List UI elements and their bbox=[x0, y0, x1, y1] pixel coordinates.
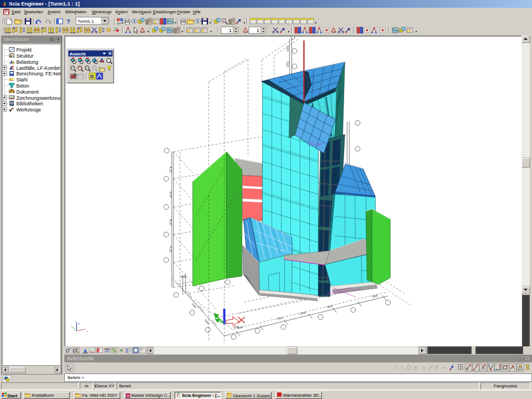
svg-text:Lastfälle, LF-Kombinatior: Lastfälle, LF-Kombinatior bbox=[17, 65, 61, 71]
svg-text:4.100: 4.100 bbox=[169, 167, 172, 173]
svg-text:1: 1 bbox=[229, 28, 232, 33]
svg-text:4.100: 4.100 bbox=[169, 219, 172, 226]
svg-text:z: z bbox=[78, 322, 80, 325]
svg-text:5300: 5300 bbox=[277, 316, 283, 320]
svg-text:Belastung: Belastung bbox=[17, 59, 38, 65]
svg-text:4100: 4100 bbox=[234, 326, 239, 329]
svg-text:1: 1 bbox=[257, 28, 259, 33]
svg-text:Beton: Beton bbox=[17, 83, 29, 89]
svg-text:cm: cm bbox=[117, 22, 121, 25]
svg-text:5000: 5000 bbox=[286, 46, 289, 52]
svg-text:ABC: ABC bbox=[104, 347, 110, 351]
svg-text:Dokument: Dokument bbox=[17, 89, 39, 95]
svg-text:Turm1.1: Turm1.1 bbox=[78, 19, 94, 24]
svg-text:5000: 5000 bbox=[372, 294, 378, 298]
svg-text:x: x bbox=[86, 330, 88, 333]
svg-text:Stahl: Stahl bbox=[17, 77, 28, 83]
svg-text:4.100: 4.100 bbox=[169, 246, 172, 253]
svg-text:5000: 5000 bbox=[286, 62, 289, 67]
svg-text:5000: 5000 bbox=[191, 303, 197, 309]
svg-text:B: B bbox=[90, 73, 94, 79]
svg-text:?: ? bbox=[66, 18, 70, 25]
svg-text:14500: 14500 bbox=[299, 311, 307, 315]
svg-text:Struktur: Struktur bbox=[17, 53, 34, 59]
svg-text:4.100: 4.100 bbox=[169, 191, 172, 198]
svg-text:Zeichnungswerkzeuge: Zeichnungswerkzeuge bbox=[17, 95, 61, 101]
svg-text:Projekt: Projekt bbox=[17, 47, 32, 53]
svg-text:5000: 5000 bbox=[326, 305, 332, 309]
svg-text:Bibliotheken: Bibliotheken bbox=[17, 101, 43, 106]
svg-text:4100: 4100 bbox=[181, 275, 186, 278]
svg-text:xx: xx bbox=[86, 66, 89, 70]
svg-text:Ansicht: Ansicht bbox=[69, 52, 86, 57]
svg-text:Werkzeuge: Werkzeuge bbox=[17, 107, 42, 112]
svg-text:Berechnung, FE-Netz: Berechnung, FE-Netz bbox=[17, 71, 61, 76]
